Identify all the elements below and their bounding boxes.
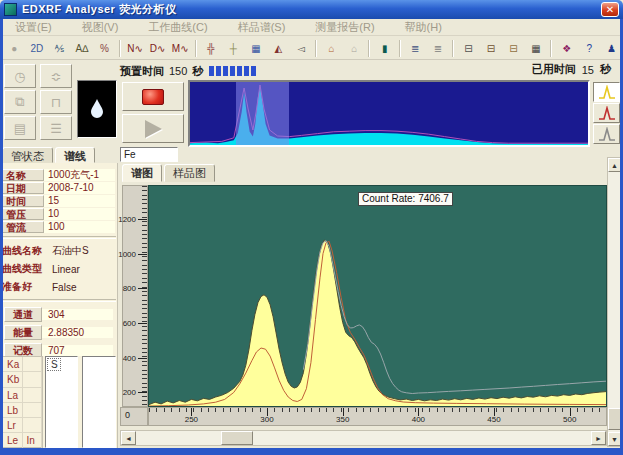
chart-view-button[interactable]: ▦ xyxy=(246,39,267,58)
paste-button[interactable]: ⧉ xyxy=(4,90,36,114)
list-settings-button[interactable]: ≣ xyxy=(405,39,426,58)
exit-button[interactable]: ♟ xyxy=(602,39,623,58)
curve-field-row: 曲线名称石油中S xyxy=(2,242,115,260)
curve-new-button[interactable]: N∿ xyxy=(125,39,146,58)
toolbar-separator xyxy=(119,40,121,57)
instrument-control-grid: ◷≎⧉⊓▤☰ xyxy=(4,64,74,142)
list-params-button[interactable]: ≣ xyxy=(428,39,449,58)
element-input[interactable]: Fe xyxy=(120,147,178,162)
element-list-item[interactable]: S xyxy=(47,358,61,371)
sample-spectrum-outline xyxy=(149,240,606,405)
menu-item-2[interactable]: 视图(V) xyxy=(67,19,134,36)
peak-icon xyxy=(598,85,616,99)
pump-button[interactable]: ≎ xyxy=(40,64,72,88)
preset-time-label: 预置时间 xyxy=(120,64,164,79)
help-book-button[interactable]: ❖ xyxy=(556,39,577,58)
print-setup-button[interactable]: ⊟ xyxy=(481,39,502,58)
stop-button[interactable] xyxy=(122,82,184,111)
menubar: 设置(E)视图(V)工作曲线(C)样品谱(S)测量报告(R)帮助(H) xyxy=(0,19,623,36)
y-major-tick xyxy=(138,358,147,359)
valve-button[interactable]: ⊓ xyxy=(40,90,72,114)
line-value-cell xyxy=(23,388,43,402)
y-tick-label: 600 xyxy=(123,319,136,328)
readout-field-value: 707 xyxy=(42,345,113,356)
peak-mark-button[interactable]: ◅ xyxy=(291,39,312,58)
line-name-cell: Lr xyxy=(3,418,23,432)
view-log-button[interactable] xyxy=(593,103,620,123)
x-tick-label: 250 xyxy=(185,415,198,424)
line-value-cell xyxy=(23,357,43,371)
x-axis-minor-ticks xyxy=(149,408,606,412)
monitor-button[interactable]: ▮ xyxy=(374,39,395,58)
tab-spectral-lines[interactable]: 谱线 xyxy=(55,147,95,163)
print-button[interactable]: ⊟ xyxy=(458,39,479,58)
report-button[interactable]: ▤ xyxy=(4,116,36,140)
time-status-row: 预置时间 150 秒 已用时间 15 秒 xyxy=(120,62,623,80)
tab-tube-status[interactable]: 管状态 xyxy=(2,147,53,163)
line-value-cell: In xyxy=(23,433,43,447)
preview-selection-band[interactable] xyxy=(236,82,290,145)
start-button[interactable] xyxy=(122,114,184,143)
info-field-row: 时间15 xyxy=(2,194,115,207)
view-auto-button[interactable] xyxy=(593,124,620,144)
percent-display-button[interactable]: ⅍ xyxy=(49,39,70,58)
home-standard-button[interactable]: ⌂ xyxy=(344,39,365,58)
horizontal-scrollbar[interactable]: ◄ ► xyxy=(120,430,607,446)
info-field-row: 名称1000充气-1 xyxy=(2,168,115,181)
lines-table-row: Ka xyxy=(3,357,42,372)
scroll-left-button[interactable]: ◄ xyxy=(121,431,136,445)
menu-item-1[interactable]: 设置(E) xyxy=(0,19,67,36)
progress-segment xyxy=(251,66,256,76)
menu-item-4[interactable]: 样品谱(S) xyxy=(223,19,301,36)
acquire-button[interactable]: ● xyxy=(4,39,25,58)
readout-field-row: 能量2.88350 xyxy=(4,323,113,341)
main-tab-strip: 谱图 样品图 xyxy=(122,164,217,182)
curve-modify-button[interactable]: M∿ xyxy=(170,39,191,58)
divider xyxy=(1,299,116,302)
readout-field-value: 2.88350 xyxy=(42,327,113,338)
curve-field-label: 曲线类型 xyxy=(2,262,52,276)
grid-button[interactable]: ╬ xyxy=(201,39,222,58)
window-border-left xyxy=(0,19,3,448)
home-sample-button[interactable]: ⌂ xyxy=(321,39,342,58)
elapsed-time-value: 15 xyxy=(582,64,594,76)
calculator-button[interactable]: ▦ xyxy=(526,39,547,58)
tab-sample-chart[interactable]: 样品图 xyxy=(164,164,215,182)
toolbar: ●2D⅍A∆%N∿D∿M∿╬┼▦◭◅⌂⌂▮≣≣⊟⊟⊟▦❖?♟ xyxy=(0,37,623,60)
elapsed-time-label: 已用时间 xyxy=(532,62,576,77)
view-linear-button[interactable] xyxy=(593,82,620,102)
tab-spectrum-chart[interactable]: 谱图 xyxy=(122,164,162,182)
x-tick-label: 450 xyxy=(487,415,500,424)
menu-item-3[interactable]: 工作曲线(C) xyxy=(133,19,222,36)
print-preview-button[interactable]: ⊟ xyxy=(503,39,524,58)
y-major-tick xyxy=(138,254,147,255)
titlebar: EDXRF Analyser 荧光分析仪 ✕ xyxy=(0,0,623,19)
percent-energy-button[interactable]: % xyxy=(94,39,115,58)
2d-view-button[interactable]: 2D xyxy=(27,39,48,58)
app-icon xyxy=(4,3,17,16)
y-tick-label: 1000 xyxy=(118,250,136,259)
curve-field-value: 石油中S xyxy=(52,244,115,258)
smooth-button[interactable]: ┼ xyxy=(223,39,244,58)
close-button[interactable]: ✕ xyxy=(601,2,619,17)
toolbar-separator xyxy=(195,40,197,57)
help-pointer-button[interactable]: ? xyxy=(579,39,600,58)
readout-field-label: 通道 xyxy=(4,307,42,322)
y-tick-label: 800 xyxy=(123,284,136,293)
line-name-cell: Le xyxy=(3,433,23,447)
menu-item-5[interactable]: 测量报告(R) xyxy=(300,19,389,36)
filter-button[interactable]: ☰ xyxy=(40,116,72,140)
left-tab-strip: 管状态 谱线 xyxy=(2,147,97,163)
horizontal-scroll-thumb[interactable] xyxy=(221,431,253,445)
progress-segment xyxy=(237,66,242,76)
menu-item-6[interactable]: 帮助(H) xyxy=(390,19,457,36)
curve-delete-button[interactable]: D∿ xyxy=(147,39,168,58)
preset-time-value: 150 xyxy=(169,65,187,77)
info-field-label: 名称 xyxy=(2,169,44,181)
scroll-right-button[interactable]: ► xyxy=(591,431,606,445)
timer-button[interactable]: ◷ xyxy=(4,64,36,88)
lines-table-row: Lr xyxy=(3,418,42,433)
axis-origin-label: 0 xyxy=(120,407,148,426)
auto-scale-button[interactable]: A∆ xyxy=(72,39,93,58)
peak-search-button[interactable]: ◭ xyxy=(268,39,289,58)
